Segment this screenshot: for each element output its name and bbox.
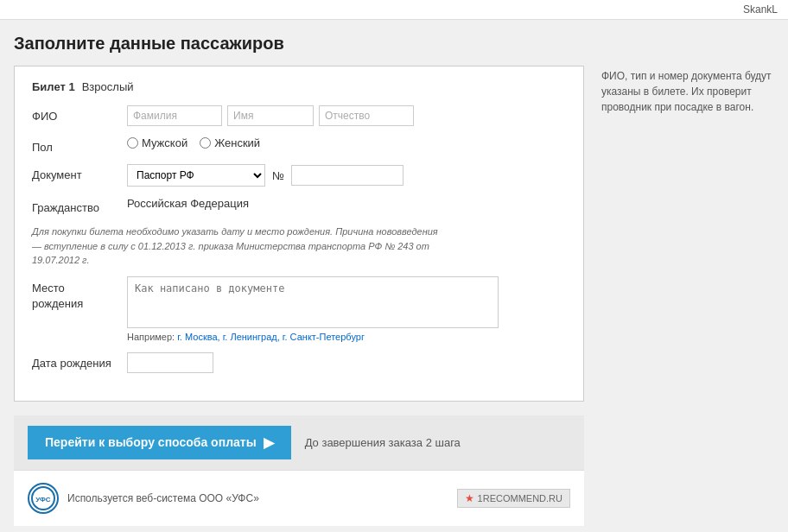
dob-row: Дата рождения bbox=[32, 352, 566, 373]
doc-row-inner: Паспорт РФ № bbox=[127, 164, 404, 187]
right-panel: ФИО, тип и номер документа будут указаны… bbox=[601, 34, 774, 526]
radio-group: Мужской Женский bbox=[127, 136, 260, 149]
citizenship-label: Гражданство bbox=[32, 197, 127, 214]
birthplace-label-line1: Место bbox=[32, 282, 65, 294]
birthplace-fields: Например: г. Москва, г. Ленинград, г. Са… bbox=[127, 276, 566, 342]
birthplace-input[interactable] bbox=[127, 276, 499, 328]
svg-text:УФС: УФС bbox=[35, 496, 51, 504]
footer-text: Используется веб-система ООО «УФС» bbox=[67, 492, 259, 504]
doc-row: Документ Паспорт РФ № bbox=[32, 164, 566, 187]
example-links[interactable]: г. Москва, г. Ленинград, г. Санкт-Петерб… bbox=[177, 332, 365, 342]
citizenship-fields: Российская Федерация bbox=[127, 197, 566, 210]
main-content: Заполните данные пассажиров Билет 1 Взро… bbox=[0, 20, 788, 526]
pol-label: Пол bbox=[32, 136, 127, 154]
star-icon: ★ bbox=[465, 492, 474, 504]
radio-female-input[interactable] bbox=[200, 137, 211, 149]
birthplace-group: Например: г. Москва, г. Ленинград, г. Са… bbox=[127, 276, 499, 342]
citizenship-value: Российская Федерация bbox=[127, 197, 249, 210]
imya-input[interactable] bbox=[227, 105, 314, 126]
fio-label: ФИО bbox=[32, 105, 127, 123]
doc-select[interactable]: Паспорт РФ bbox=[127, 164, 265, 187]
pay-button[interactable]: Перейти к выбору способа оплаты ▶ bbox=[28, 426, 291, 459]
pay-button-label: Перейти к выбору способа оплаты bbox=[45, 435, 257, 449]
familiya-input[interactable] bbox=[127, 105, 222, 126]
doc-num-label: № bbox=[272, 169, 284, 182]
recommend-logo: ★ 1RECOMMEND.RU bbox=[457, 489, 570, 508]
fio-fields bbox=[127, 105, 566, 126]
form-card: Билет 1 Взрослый ФИО Пол bbox=[14, 66, 584, 402]
fio-row: ФИО bbox=[32, 105, 566, 126]
recommend-badge: ★ 1RECOMMEND.RU bbox=[457, 489, 570, 508]
page-title: Заполните данные пассажиров bbox=[14, 34, 584, 54]
doc-fields: Паспорт РФ № bbox=[127, 164, 566, 187]
steps-text: До завершения заказа 2 шага bbox=[305, 436, 461, 449]
dob-input[interactable] bbox=[127, 352, 213, 373]
dob-fields bbox=[127, 352, 566, 373]
citizenship-row: Гражданство Российская Федерация bbox=[32, 197, 566, 214]
doc-label: Документ bbox=[32, 164, 127, 181]
radio-female-label[interactable]: Женский bbox=[200, 136, 260, 149]
ticket-label: Билет 1 bbox=[32, 80, 75, 93]
birthplace-label-line2: рождения bbox=[32, 297, 83, 310]
ufc-logo: УФС bbox=[28, 483, 59, 514]
arrow-icon: ▶ bbox=[264, 434, 274, 451]
birthplace-row: Место рождения Например: г. Москва, г. Л… bbox=[32, 276, 566, 342]
sidebar-info: ФИО, тип и номер документа будут указаны… bbox=[601, 68, 774, 115]
dob-label: Дата рождения bbox=[32, 352, 127, 370]
birthplace-label: Место рождения bbox=[32, 276, 127, 312]
radio-female-text: Женский bbox=[214, 136, 260, 149]
example-prefix: Например: bbox=[127, 332, 175, 342]
otchestvo-input[interactable] bbox=[319, 105, 414, 126]
top-bar: SkankL bbox=[0, 0, 788, 20]
radio-male-input[interactable] bbox=[127, 137, 138, 149]
username: SkankL bbox=[743, 3, 778, 16]
action-bar: Перейти к выбору способа оплаты ▶ До зав… bbox=[14, 415, 584, 470]
ticket-header: Билет 1 Взрослый bbox=[32, 80, 566, 93]
radio-male-text: Мужской bbox=[142, 136, 187, 149]
pol-fields: Мужской Женский bbox=[127, 136, 566, 149]
recommend-label: 1RECOMMEND.RU bbox=[478, 493, 562, 504]
footer: УФС Используется веб-система ООО «УФС» ★… bbox=[14, 470, 584, 526]
pol-row: Пол Мужской Женский bbox=[32, 136, 566, 154]
example-text: Например: г. Москва, г. Ленинград, г. Са… bbox=[127, 332, 499, 342]
ticket-type: Взрослый bbox=[82, 80, 134, 93]
left-panel: Заполните данные пассажиров Билет 1 Взро… bbox=[14, 34, 584, 526]
radio-male-label[interactable]: Мужской bbox=[127, 136, 187, 149]
info-text: Для покупки билета необходимо указать да… bbox=[32, 225, 447, 268]
doc-num-input[interactable] bbox=[291, 165, 404, 186]
